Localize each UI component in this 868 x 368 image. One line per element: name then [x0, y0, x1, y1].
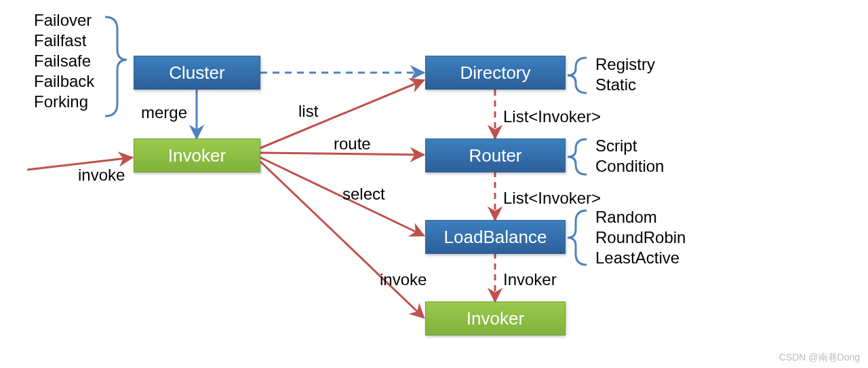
list-invoker-1-label: List<Invoker> [503, 107, 601, 126]
cluster-box: Cluster [134, 56, 260, 90]
select-label: select [342, 185, 385, 204]
route-label: route [334, 134, 371, 153]
invoker-box-2: Invoker [425, 301, 566, 335]
invoker-box-1: Invoker [134, 139, 260, 172]
list-item: Static [595, 75, 655, 95]
invoke-bottom-label: invoke [380, 270, 427, 289]
invoker2-label: Invoker [467, 308, 524, 329]
router-box: Router [425, 139, 566, 172]
list-item: Failsafe [34, 51, 94, 71]
loadbalance-list: Random RoundRobin LeastActive [595, 207, 686, 268]
directory-label: Directory [460, 62, 530, 84]
list-item: LeastActive [595, 248, 686, 268]
directory-list: Registry Static [595, 54, 655, 95]
list-item: Script [595, 136, 664, 156]
list-item: Failover [34, 10, 94, 31]
list-item: Failback [34, 71, 94, 92]
invoke-left-label: invoke [78, 166, 125, 185]
router-list: Script Condition [595, 136, 664, 177]
directory-box: Directory [425, 56, 566, 90]
watermark: CSDN @南巷Dong [779, 352, 860, 364]
router-label: Router [469, 145, 521, 166]
list-invoker-2-label: List<Invoker> [503, 189, 601, 208]
invoker1-label: Invoker [168, 145, 226, 166]
list-item: Forking [34, 92, 94, 112]
cluster-label: Cluster [169, 62, 224, 84]
list-item: Condition [595, 156, 664, 177]
list-item: RoundRobin [595, 227, 686, 248]
loadbalance-box: LoadBalance [425, 220, 566, 254]
list-item: Random [595, 207, 686, 227]
list-label: list [298, 102, 318, 121]
cluster-list: Failover Failfast Failsafe Failback Fork… [34, 10, 94, 112]
list-item: Registry [595, 54, 655, 75]
diagram-stage: { "boxes": { "cluster": "Cluster", "invo… [0, 0, 868, 368]
list-item: Failfast [34, 31, 94, 51]
loadbalance-label: LoadBalance [444, 227, 547, 248]
merge-label: merge [141, 103, 187, 122]
invoker-right-label: Invoker [503, 270, 557, 289]
